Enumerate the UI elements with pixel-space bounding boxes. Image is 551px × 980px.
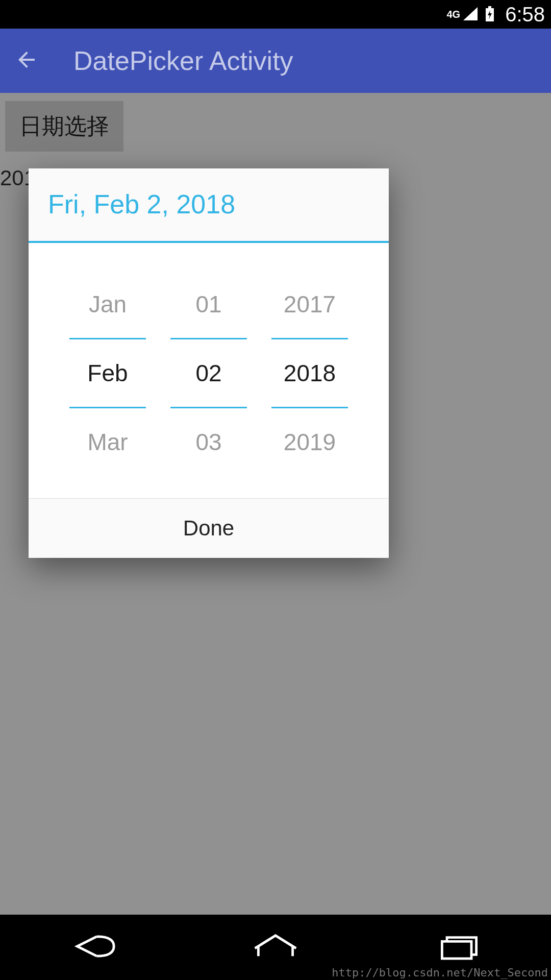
month-current[interactable]: Feb — [67, 342, 148, 404]
signal-icon — [462, 6, 479, 22]
day-picker[interactable]: 01 02 03 — [168, 274, 249, 473]
picker-divider — [170, 407, 247, 408]
app-bar: DatePicker Activity — [0, 29, 551, 93]
status-time: 6:58 — [505, 3, 545, 26]
day-current[interactable]: 02 — [168, 342, 249, 404]
app-title: DatePicker Activity — [73, 45, 293, 76]
network-4g-label: 4G — [446, 9, 460, 20]
picker-divider — [69, 338, 146, 339]
year-picker[interactable]: 2017 2018 2019 — [269, 274, 350, 473]
done-button[interactable]: Done — [29, 499, 389, 558]
date-picker-body: Jan Feb Mar 01 02 03 2017 2018 2019 — [29, 243, 389, 498]
dialog-footer: Done — [29, 498, 389, 558]
back-button[interactable] — [14, 47, 39, 74]
month-next[interactable]: Mar — [67, 411, 148, 473]
picker-divider — [271, 338, 348, 339]
dialog-header: Fri, Feb 2, 2018 — [29, 168, 389, 243]
nav-back-icon — [67, 931, 116, 962]
year-next[interactable]: 2019 — [269, 411, 350, 473]
battery-charging-icon — [482, 6, 498, 22]
day-prev[interactable]: 01 — [168, 274, 249, 335]
picker-divider — [69, 407, 146, 408]
nav-recent-button[interactable] — [435, 931, 484, 964]
nav-home-button[interactable] — [251, 931, 300, 964]
year-current[interactable]: 2018 — [269, 342, 350, 404]
year-prev[interactable]: 2017 — [269, 274, 350, 335]
nav-recent-icon — [435, 931, 484, 962]
dialog-title: Fri, Feb 2, 2018 — [48, 189, 369, 219]
month-picker[interactable]: Jan Feb Mar — [67, 274, 148, 473]
month-prev[interactable]: Jan — [67, 274, 148, 335]
nav-home-icon — [251, 931, 300, 962]
svg-rect-2 — [442, 941, 471, 959]
picker-divider — [271, 407, 348, 408]
watermark-text: http://blog.csdn.net/Next_Second — [332, 966, 548, 979]
date-picker-dialog: Fri, Feb 2, 2018 Jan Feb Mar 01 02 03 20… — [29, 168, 389, 558]
nav-back-button[interactable] — [67, 931, 116, 964]
day-next[interactable]: 03 — [168, 411, 249, 473]
back-arrow-icon — [14, 47, 39, 72]
status-bar: 4G 6:58 — [0, 0, 551, 29]
svg-rect-1 — [488, 6, 491, 8]
picker-divider — [170, 338, 247, 339]
